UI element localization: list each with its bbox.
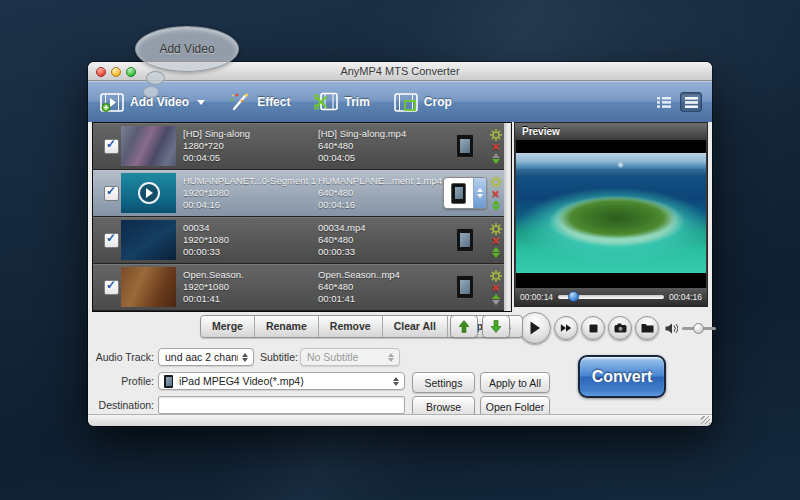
- crop-button[interactable]: Crop: [394, 93, 452, 112]
- clear-all-button[interactable]: Clear All: [383, 316, 448, 337]
- list-view-button[interactable]: [680, 92, 702, 112]
- video-thumbnail[interactable]: [121, 220, 176, 260]
- detail-view-button[interactable]: [654, 93, 674, 111]
- source-name: Open.Season.: [183, 269, 318, 281]
- audio-track-select[interactable]: und aac 2 channels: [158, 348, 254, 366]
- profile-select[interactable]: iPad MPEG4 Video(*.mp4): [158, 372, 405, 390]
- minimize-window-button[interactable]: [111, 67, 121, 77]
- toolbar: Add Video Effect Trim: [88, 81, 712, 124]
- playback-progress-bar: 00:00:14 00:04:16: [515, 288, 707, 306]
- merge-button[interactable]: Merge: [201, 316, 255, 337]
- preview-panel: Preview 00:00:14 00:04:16: [514, 122, 708, 307]
- move-down-icon[interactable]: [492, 300, 500, 305]
- volume-track[interactable]: [682, 327, 716, 330]
- stop-button[interactable]: [581, 316, 605, 340]
- output-name: HUMANPLANE...ment 1.mp4: [318, 175, 443, 187]
- profile-label: Profile:: [94, 375, 154, 387]
- reorder-buttons: [450, 315, 510, 338]
- green-down-arrow-icon: [490, 320, 502, 333]
- move-up-icon[interactable]: [492, 294, 500, 299]
- zoom-window-button[interactable]: [126, 67, 136, 77]
- popup-arrows: [473, 178, 486, 208]
- volume-knob[interactable]: [693, 323, 704, 334]
- tooltip-label: Add Video: [159, 42, 214, 56]
- file-list-rows: [HD] Sing-along 1280*720 00:04:05 [HD] S…: [93, 123, 504, 311]
- effect-button[interactable]: Effect: [229, 92, 290, 112]
- video-thumbnail[interactable]: [121, 173, 176, 213]
- ipad-icon: [451, 183, 466, 204]
- source-resolution: 1280*720: [183, 140, 318, 152]
- tooltip-tail-bubble-small: [143, 86, 159, 98]
- output-info: [HD] Sing-along.mp4 640*480 00:04:05: [318, 128, 443, 164]
- move-up-icon[interactable]: [492, 247, 500, 252]
- source-info: [HD] Sing-along 1280*720 00:04:05: [183, 128, 318, 164]
- resize-grip[interactable]: [701, 416, 710, 424]
- row-actions: ×: [487, 176, 504, 211]
- remove-row-icon[interactable]: ×: [492, 189, 500, 199]
- ipad-icon: [456, 275, 474, 299]
- profile-popup[interactable]: [443, 177, 487, 209]
- video-thumbnail[interactable]: [121, 126, 176, 166]
- preview-header: Preview: [515, 123, 707, 140]
- file-row-4[interactable]: Open.Season. 1920*1080 00:01:41 Open.Sea…: [93, 264, 504, 311]
- remove-button[interactable]: Remove: [319, 316, 383, 337]
- audio-track-value: und aac 2 channels: [159, 351, 238, 363]
- row-actions: ×: [487, 129, 504, 164]
- destination-input[interactable]: [158, 396, 405, 414]
- video-display[interactable]: [516, 140, 706, 288]
- device-profile[interactable]: [443, 228, 487, 252]
- playback-controls: [519, 312, 716, 344]
- seek-knob[interactable]: [568, 291, 579, 302]
- device-profile-select[interactable]: [443, 177, 487, 209]
- settings-button[interactable]: Settings: [412, 372, 475, 393]
- fast-forward-button[interactable]: [554, 316, 578, 340]
- device-profile[interactable]: [443, 275, 487, 299]
- video-thumbnail[interactable]: [121, 267, 176, 307]
- play-button[interactable]: [519, 312, 551, 344]
- seek-track[interactable]: [558, 295, 664, 299]
- output-name: Open.Season..mp4: [318, 269, 443, 281]
- video-frame-island: [516, 153, 706, 273]
- list-scrollbar[interactable]: [504, 123, 511, 311]
- apply-to-all-button[interactable]: Apply to All: [480, 372, 550, 393]
- source-info: Open.Season. 1920*1080 00:01:41: [183, 269, 318, 305]
- move-down-icon[interactable]: [492, 206, 500, 211]
- open-folder-button-small[interactable]: [635, 316, 659, 340]
- row-3-checkbox[interactable]: [104, 233, 119, 248]
- move-down-icon[interactable]: [492, 253, 500, 258]
- window-footer: [88, 414, 712, 426]
- file-row-1[interactable]: [HD] Sing-along 1280*720 00:04:05 [HD] S…: [93, 123, 504, 170]
- file-row-3[interactable]: 00034 1920*1080 00:00:33 00034.mp4 640*4…: [93, 217, 504, 264]
- remove-row-icon[interactable]: ×: [492, 236, 500, 246]
- subtitle-value: No Subtitle: [301, 351, 384, 363]
- move-up-button[interactable]: [450, 315, 478, 338]
- trim-button[interactable]: Trim: [314, 92, 369, 112]
- output-name: 00034.mp4: [318, 222, 443, 234]
- subtitle-select[interactable]: No Subtitle: [300, 348, 400, 366]
- remove-row-icon[interactable]: ×: [492, 142, 500, 152]
- row-1-checkbox[interactable]: [104, 139, 119, 154]
- close-window-button[interactable]: [96, 67, 106, 77]
- output-info: HUMANPLANE...ment 1.mp4 640*480 00:04:16: [318, 175, 443, 211]
- move-down-icon[interactable]: [492, 159, 500, 164]
- source-duration: 00:04:16: [183, 199, 318, 211]
- device-profile[interactable]: [443, 134, 487, 158]
- remove-row-icon[interactable]: ×: [492, 283, 500, 293]
- move-down-button[interactable]: [482, 315, 510, 338]
- row-2-checkbox[interactable]: [104, 186, 119, 201]
- convert-button[interactable]: Convert: [578, 355, 666, 398]
- green-up-arrow-icon: [458, 320, 470, 333]
- move-up-icon[interactable]: [492, 153, 500, 158]
- output-info: Open.Season..mp4 640*480 00:01:41: [318, 269, 443, 305]
- file-row-2[interactable]: HUMANPLANET...0-Segment 1 1920*1080 00:0…: [93, 170, 504, 217]
- snapshot-button[interactable]: [608, 316, 632, 340]
- play-overlay-icon[interactable]: [138, 182, 160, 204]
- ipad-icon: [456, 134, 474, 158]
- row-4-checkbox[interactable]: [104, 280, 119, 295]
- stop-icon: [589, 324, 598, 333]
- scissors-film-icon: [314, 92, 338, 112]
- move-up-icon[interactable]: [492, 200, 500, 205]
- profile-value: iPad MPEG4 Video(*.mp4): [173, 375, 389, 387]
- folder-icon: [641, 323, 654, 333]
- rename-button[interactable]: Rename: [255, 316, 319, 337]
